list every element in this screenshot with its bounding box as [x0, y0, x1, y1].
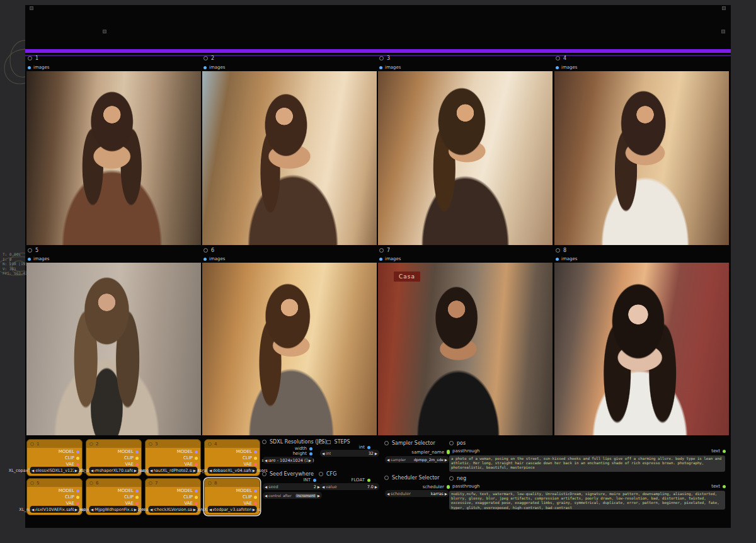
widget-left-arrow-icon[interactable]: ◀ [321, 483, 326, 490]
sampler-combo[interactable]: ◀samplerdpmpp_2m_sde▶ [385, 456, 449, 463]
combo-right-arrow-icon[interactable]: ▶ [307, 457, 312, 464]
vae-output-port[interactable] [76, 463, 79, 466]
ckpt-name-combo[interactable]: ◀XL_wtedpar_v3.safetensors▶ [207, 506, 257, 513]
clip-output-port[interactable] [195, 496, 198, 499]
image-preview-node[interactable]: 6 images [202, 248, 377, 435]
ckpt-name-combo[interactable]: ◀XL_realvisxlV10VAEFix.safetensors▶ [30, 506, 79, 513]
combo-right-arrow-icon[interactable]: ▶ [444, 490, 449, 497]
clip-output-port[interactable] [135, 496, 139, 499]
combo-right-arrow-icon[interactable]: ▶ [74, 467, 79, 474]
resolution-combo[interactable]: ◀square - 1024x1024 (1:1)▶ [263, 457, 313, 464]
model-output-port[interactable] [135, 450, 139, 454]
vae-output-port[interactable] [135, 502, 139, 505]
passthrough-input-port[interactable] [447, 450, 450, 453]
model-output-port[interactable] [76, 450, 79, 454]
model-output-port[interactable] [254, 489, 257, 493]
comfyui-workflow-canvas[interactable]: T: 0.00s I: 0 N: 198 [19] V: 381 FPS: 16… [0, 0, 756, 543]
clip-output-port[interactable] [76, 496, 79, 499]
images-input-port[interactable] [379, 258, 382, 261]
combo-left-arrow-icon[interactable]: ◀ [30, 506, 35, 513]
vae-output-port[interactable] [195, 502, 198, 505]
widget-left-arrow-icon[interactable]: ◀ [263, 492, 268, 499]
images-input-port[interactable] [556, 66, 559, 69]
vae-output-port[interactable] [254, 463, 257, 466]
images-input-port[interactable] [203, 66, 207, 69]
collapsed-node-icon[interactable] [722, 6, 726, 10]
model-output-port[interactable] [254, 450, 257, 454]
text-output-port[interactable] [723, 485, 726, 488]
clip-output-port[interactable] [254, 496, 257, 499]
passthrough-input-port[interactable] [447, 485, 450, 488]
combo-right-arrow-icon[interactable]: ▶ [133, 467, 138, 474]
clip-output-port[interactable] [195, 457, 198, 460]
checkpoint-loader-node[interactable]: 1 MODEL CLIP VAE ◀XL_copaxTimelessxlSDXL… [26, 439, 83, 476]
combo-left-arrow-icon[interactable]: ◀ [208, 506, 213, 513]
combo-right-arrow-icon[interactable]: ▶ [251, 467, 256, 474]
clip-output-port[interactable] [76, 457, 79, 460]
combo-right-arrow-icon[interactable]: ▶ [133, 506, 138, 513]
images-input-port[interactable] [379, 66, 382, 69]
image-preview-node[interactable]: 8 images [554, 248, 729, 435]
float-output-port[interactable] [367, 479, 370, 482]
widget-left-arrow-icon[interactable]: ◀ [321, 450, 326, 457]
ckpt-name-combo[interactable]: ◀XL_dreamshaperXL70.safetensors▶ [89, 467, 139, 474]
checkpoint-loader-node-selected[interactable]: 8 MODEL CLIP VAE ◀XL_wtedpar_v3.safetens… [204, 478, 260, 515]
image-preview-node[interactable]: 5 images [26, 248, 201, 435]
combo-right-arrow-icon[interactable]: ▶ [74, 506, 79, 513]
image-preview-node[interactable]: 2 images [202, 55, 377, 245]
seed-int-output-port[interactable] [313, 479, 316, 482]
combo-left-arrow-icon[interactable]: ◀ [386, 456, 391, 463]
images-input-port[interactable] [28, 66, 31, 69]
widget-right-arrow-icon[interactable]: ▶ [316, 492, 321, 499]
images-input-port[interactable] [556, 258, 559, 261]
control-after-generate-widget[interactable]: ◀control_after_increment▶ [263, 492, 322, 499]
ckpt-name-combo[interactable]: ◀XL_wpjxl_vMjpgWdhspenFix.safetensors▶ [89, 506, 139, 513]
clip-output-port[interactable] [135, 457, 139, 460]
model-output-port[interactable] [76, 489, 79, 493]
checkpoint-loader-node[interactable]: 3 MODEL CLIP VAE ◀XL_juggernautXL_rdPhot… [145, 439, 201, 476]
widget-right-arrow-icon[interactable]: ▶ [374, 450, 379, 457]
combo-left-arrow-icon[interactable]: ◀ [386, 490, 391, 497]
image-preview-node[interactable]: 4 images [554, 55, 729, 245]
combo-left-arrow-icon[interactable]: ◀ [208, 467, 213, 474]
positive-prompt-textarea[interactable]: a photo of a woman, posing on the street… [449, 455, 725, 472]
widget-left-arrow-icon[interactable]: ◀ [263, 483, 268, 490]
image-preview-node[interactable]: 3 images [378, 55, 553, 245]
vae-output-port[interactable] [135, 463, 139, 466]
combo-right-arrow-icon[interactable]: ▶ [251, 506, 256, 513]
group-bar[interactable] [25, 49, 731, 53]
combo-left-arrow-icon[interactable]: ◀ [149, 506, 154, 513]
combo-right-arrow-icon[interactable]: ▶ [444, 456, 449, 463]
vae-output-port[interactable] [254, 502, 257, 505]
combo-right-arrow-icon[interactable]: ▶ [192, 506, 197, 513]
int-output-port[interactable] [367, 446, 370, 449]
image-preview-node[interactable]: 7 images Casa [378, 248, 553, 435]
widget-right-arrow-icon[interactable]: ▶ [374, 483, 379, 490]
model-output-port[interactable] [195, 489, 198, 493]
height-output-port[interactable] [309, 452, 312, 455]
scheduler-combo[interactable]: ◀schedulerkarras▶ [385, 490, 449, 497]
vae-output-port[interactable] [195, 463, 198, 466]
ckpt-name-combo[interactable]: ◀XL_realitycheckXLVersion.safetensors▶ [148, 506, 198, 513]
checkpoint-loader-node[interactable]: 5 MODEL CLIP VAE ◀XL_realvisxlV10VAEFix.… [26, 478, 83, 515]
seed-widget[interactable]: ◀seed2▶ [263, 483, 322, 490]
combo-left-arrow-icon[interactable]: ◀ [263, 457, 268, 464]
collapsed-node-icon[interactable] [103, 30, 106, 33]
combo-left-arrow-icon[interactable]: ◀ [30, 467, 35, 474]
combo-left-arrow-icon[interactable]: ◀ [89, 467, 94, 474]
images-input-port[interactable] [28, 258, 31, 261]
ckpt-name-combo[interactable]: ◀XL_juggernautXL_rdPhoto2.safetensors▶ [148, 467, 198, 474]
steps-int-widget[interactable]: ◀int32▶ [320, 450, 379, 457]
checkpoint-loader-node[interactable]: 7 MODEL CLIP VAE ◀XL_realitycheckXLVersi… [145, 478, 201, 515]
model-output-port[interactable] [195, 450, 198, 454]
combo-left-arrow-icon[interactable]: ◀ [89, 506, 94, 513]
images-input-port[interactable] [203, 258, 207, 261]
width-output-port[interactable] [309, 447, 312, 450]
clip-output-port[interactable] [254, 457, 257, 460]
text-output-port[interactable] [723, 450, 726, 453]
combo-right-arrow-icon[interactable]: ▶ [192, 467, 197, 474]
model-output-port[interactable] [135, 489, 139, 493]
checkpoint-loader-node[interactable]: 2 MODEL CLIP VAE ◀XL_dreamshaperXL70.saf… [86, 439, 142, 476]
checkpoint-loader-node[interactable]: 4 MODEL CLIP VAE ◀XL_albedobaseXL_v04.sa… [204, 439, 260, 476]
ckpt-name-combo[interactable]: ◀XL_copaxTimelessxlSDXL1_v122.safetensor… [30, 467, 79, 474]
